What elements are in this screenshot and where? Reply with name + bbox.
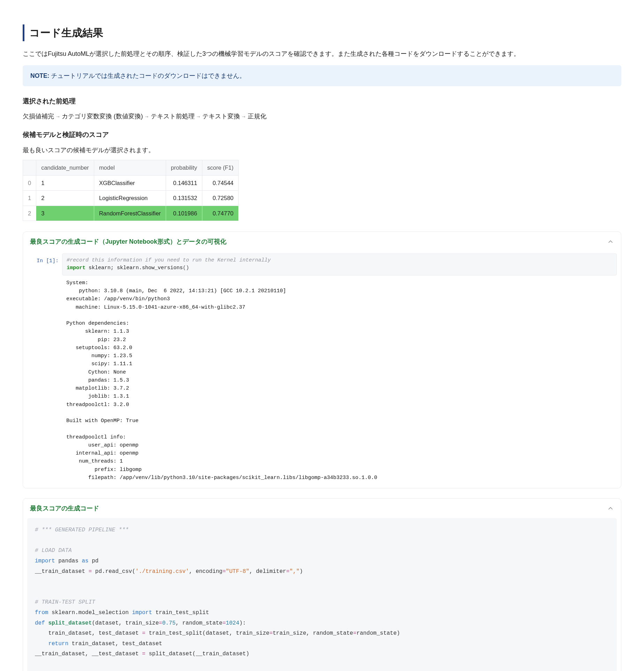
cell: 0.131532 bbox=[166, 191, 202, 206]
code-text: sklearn; sklearn.show_versions bbox=[85, 265, 183, 271]
code-comment: # LOAD DATA bbox=[35, 547, 72, 554]
row-idx: 1 bbox=[23, 191, 36, 206]
code-comment: # TRAIN-TEST SPLIT bbox=[35, 599, 95, 605]
code-str: "UTF-8" bbox=[226, 568, 249, 575]
code-text: , delimiter bbox=[249, 568, 286, 575]
code-kw: import bbox=[35, 558, 55, 564]
code-text: model_selection bbox=[78, 610, 132, 616]
cell: XGBClassifier bbox=[94, 175, 166, 190]
note-box: NOTE: チュートリアルでは生成されたコードのダウンロードはできません。 bbox=[23, 65, 621, 86]
code-kw: return bbox=[35, 641, 68, 647]
accordion-header[interactable]: 最良スコアの生成コード（Jupyter Notebook形式）とデータの可視化 bbox=[23, 232, 621, 251]
code-str: './training.csv' bbox=[135, 568, 189, 575]
arrow-icon: → bbox=[241, 114, 246, 119]
code-text: , encoding bbox=[189, 568, 223, 575]
code-punct: () bbox=[183, 265, 189, 271]
code-text: __train_dataset bbox=[35, 568, 89, 575]
note-label: NOTE: bbox=[30, 72, 49, 79]
accordion-code: 最良スコアの生成コード # *** GENERATED PIPELINE ***… bbox=[23, 498, 621, 671]
generated-code: # *** GENERATED PIPELINE *** # LOAD DATA… bbox=[27, 518, 617, 671]
code-op: = bbox=[353, 630, 357, 636]
code-text: __train_dataset bbox=[196, 651, 246, 657]
preproc-step: テキスト前処理 bbox=[151, 113, 195, 120]
code-text: train_test_split bbox=[145, 630, 202, 636]
code-op: = bbox=[269, 630, 273, 636]
col-header: score (F1) bbox=[202, 160, 239, 175]
code-punct: . bbox=[75, 610, 78, 616]
preproc-step: 欠損値補完 bbox=[23, 113, 54, 120]
cell: 3 bbox=[36, 206, 94, 221]
code-text: , random_state bbox=[306, 630, 353, 636]
cell: RandomForestClassifier bbox=[94, 206, 166, 221]
code-punct: ( bbox=[192, 651, 196, 657]
code-kw: as bbox=[82, 558, 88, 564]
row-idx: 2 bbox=[23, 206, 36, 221]
code-text: read_csv bbox=[105, 568, 132, 575]
cell: 0.146311 bbox=[166, 175, 202, 190]
models-heading: 候補モデルと検証時のスコア bbox=[23, 130, 621, 140]
preproc-step: テキスト変換 bbox=[202, 113, 240, 120]
page-title: コード生成結果 bbox=[23, 24, 621, 41]
arrow-icon: → bbox=[196, 114, 201, 119]
cell: 2 bbox=[36, 191, 94, 206]
cell: 0.101986 bbox=[166, 206, 202, 221]
code-op: = bbox=[142, 630, 145, 636]
code-text: train_dataset bbox=[35, 630, 92, 636]
code-punct: ): bbox=[239, 620, 246, 626]
code-text: random_state bbox=[357, 630, 397, 636]
code-op: = bbox=[142, 651, 145, 657]
code-text: , test_dataset bbox=[92, 630, 142, 636]
arrow-icon: → bbox=[55, 114, 60, 119]
preproc-step: カテゴリ変数変換 (数値変換) bbox=[62, 113, 143, 120]
cell: 0.74770 bbox=[202, 206, 239, 221]
code-text: , train_size bbox=[229, 630, 269, 636]
code-text: sklearn bbox=[48, 610, 75, 616]
row-idx: 0 bbox=[23, 175, 36, 190]
preproc-heading: 選択された前処理 bbox=[23, 96, 621, 106]
col-header-idx bbox=[23, 160, 36, 175]
code-punct: ( bbox=[132, 568, 135, 575]
code-text: pd bbox=[89, 558, 99, 564]
models-caption: 最も良いスコアの候補モデルが選択されます。 bbox=[23, 145, 621, 155]
note-text: チュートリアルでは生成されたコードのダウンロードはできません。 bbox=[49, 72, 246, 79]
jupyter-cell: In [1]: #record this information if you … bbox=[27, 253, 617, 275]
cell: LogisticRegression bbox=[94, 191, 166, 206]
code-op: = bbox=[89, 568, 92, 575]
chevron-up-icon bbox=[607, 505, 614, 512]
code-op: = bbox=[223, 568, 226, 575]
code-text: pd bbox=[92, 568, 102, 575]
code-text: , train_size bbox=[119, 620, 159, 626]
table-row-selected: 2 3 RandomForestClassifier 0.101986 0.74… bbox=[23, 206, 239, 221]
code-op: = bbox=[159, 620, 162, 626]
code-punct: ) bbox=[246, 651, 249, 657]
code-kw: import bbox=[67, 265, 85, 271]
code-num: 1024 bbox=[226, 620, 239, 626]
table-row: 1 2 LogisticRegression 0.131532 0.72580 bbox=[23, 191, 239, 206]
code-text: dataset bbox=[206, 630, 229, 636]
code-num: 0.75 bbox=[162, 620, 175, 626]
code-text: train_test_split bbox=[152, 610, 209, 616]
code-text: , random_state bbox=[175, 620, 222, 626]
col-header: probability bbox=[166, 160, 202, 175]
code-text: dataset bbox=[95, 620, 119, 626]
jupyter-code: #record this information if you need to … bbox=[62, 253, 617, 275]
code-punct: . bbox=[102, 568, 105, 575]
code-text: , test_dataset bbox=[115, 641, 162, 647]
intro-text: ここではFujitsu AutoMLが選択した前処理とその順序、検証した3つの機… bbox=[23, 49, 621, 59]
col-header: candidate_number bbox=[36, 160, 94, 175]
code-punct: ( bbox=[92, 620, 95, 626]
code-kw: import bbox=[132, 610, 152, 616]
code-op: = bbox=[223, 620, 226, 626]
accordion-title: 最良スコアの生成コード（Jupyter Notebook形式）とデータの可視化 bbox=[30, 237, 226, 246]
code-comment: # *** GENERATED PIPELINE *** bbox=[35, 527, 129, 533]
cell: 0.72580 bbox=[202, 191, 239, 206]
code-punct: ( bbox=[202, 630, 206, 636]
jupyter-output: System: python: 3.10.8 (main, Dec 6 2022… bbox=[62, 277, 617, 482]
chevron-up-icon bbox=[607, 238, 614, 245]
code-kw: from bbox=[35, 610, 48, 616]
code-comment: #record this information if you need to … bbox=[67, 257, 271, 263]
code-fn: split_dataset bbox=[45, 620, 92, 626]
accordion-header[interactable]: 最良スコアの生成コード bbox=[23, 499, 621, 518]
code-text: train_size bbox=[273, 630, 306, 636]
preproc-pipeline: 欠損値補完→カテゴリ変数変換 (数値変換)→テキスト前処理→テキスト変換→正規化 bbox=[23, 111, 621, 121]
